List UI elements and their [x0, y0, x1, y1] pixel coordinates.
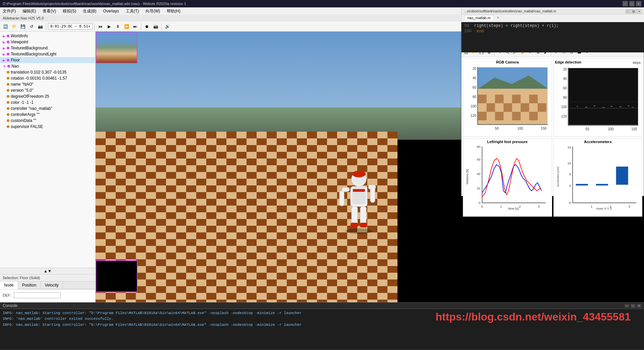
svg-rect-98: [616, 167, 628, 185]
selection-text: Selection: Floor (Solid): [3, 276, 40, 280]
svg-rect-97: [596, 184, 608, 186]
screenshot-button[interactable]: 📸: [152, 23, 160, 31]
record-button[interactable]: ⏺: [143, 23, 151, 31]
menu-overlays[interactable]: Overlays: [102, 8, 120, 14]
tree-item-version[interactable]: version "5.0": [0, 87, 95, 93]
svg-text:80: 80: [477, 145, 481, 148]
edge-detection-chart: Edge detection steps: [553, 58, 643, 137]
separator-3: [141, 23, 141, 30]
new-button[interactable]: 🆕: [1, 23, 9, 31]
tree-item-customdata[interactable]: customData "": [0, 118, 95, 124]
window-controls: − □ ×: [623, 1, 641, 6]
tree-item-supervisor[interactable]: supervisor FALSE: [0, 124, 95, 130]
camera-button[interactable]: 📷: [36, 23, 44, 31]
open-button[interactable]: 📁: [10, 23, 18, 31]
svg-rect-55: [594, 105, 595, 106]
tree-item-texturedbg[interactable]: ▶ TexturedBackground: [0, 45, 95, 51]
tree-item-controller[interactable]: controller "nao_matlab": [0, 105, 95, 112]
viewport[interactable]: ▲ Figure 1 − □ × 文件(F) 编辑(E) 查看(V) 插入(I)…: [96, 32, 644, 302]
svg-text:3: 3: [538, 205, 540, 209]
pause-button[interactable]: ⏸: [114, 23, 122, 31]
tree-item-name[interactable]: name "NAO": [0, 81, 95, 87]
robot-name: Aldebaran Nao H25 V5.0: [3, 16, 44, 20]
menu-edit[interactable]: 编辑(E): [21, 8, 37, 15]
tree-item-translation[interactable]: translation 0.102 0.307 -0.0135: [0, 69, 95, 75]
close-tab-icon[interactable]: ×: [497, 16, 499, 19]
tab-position[interactable]: Position: [18, 281, 41, 289]
svg-rect-13: [339, 191, 344, 206]
foot-pressure-area: Newtons [N] time [s] 0 20 40 60 80 0 1: [465, 144, 550, 213]
console-header: Console − □ ×: [0, 302, 644, 309]
svg-text:1: 1: [500, 205, 502, 209]
svg-rect-18: [360, 207, 366, 225]
tree-item-color[interactable]: color -1 -1 -1: [0, 99, 95, 105]
menu-wizard[interactable]: 向导(W): [144, 8, 161, 15]
title-bar: D:\Program Files\Webots\projects\robots\…: [0, 0, 644, 7]
console-text-2: INFO: 'nao_matlab' controller exited suc…: [3, 317, 113, 321]
scene-tree[interactable]: ▶ WorldInfo ▶ Viewpoint ▶ TexturedBackgr…: [0, 32, 95, 268]
menu-view[interactable]: 查看(V): [41, 8, 57, 15]
console-expand-button[interactable]: □: [631, 304, 635, 308]
tab-node[interactable]: Node: [0, 281, 18, 289]
tree-label-viewpoint: Viewpoint: [11, 40, 28, 44]
scroll-up-button[interactable]: ▲: [44, 269, 48, 273]
svg-text:0: 0: [479, 201, 480, 205]
menu-file[interactable]: 文件(F): [1, 8, 17, 15]
volume-button[interactable]: 🔊: [163, 23, 171, 31]
svg-rect-11: [353, 189, 365, 192]
menu-tools[interactable]: 工具(T): [124, 8, 140, 15]
reset-button[interactable]: ↺: [28, 23, 36, 31]
menu-build[interactable]: 生成(B): [82, 8, 98, 15]
menu-simulate[interactable]: 模拟(S): [61, 8, 77, 15]
svg-point-8: [352, 171, 366, 177]
save-button[interactable]: 💾: [19, 23, 27, 31]
svg-text:80: 80: [473, 95, 477, 99]
minimize-button[interactable]: −: [623, 1, 628, 6]
rewind-button[interactable]: ⏮: [96, 23, 104, 31]
tree-item-rotation[interactable]: rotation -0.00191 0.00461 -1.57: [0, 75, 95, 81]
tree-item-viewpoint[interactable]: ▶ Viewpoint: [0, 39, 95, 45]
selection-info: Selection: Floor (Solid): [0, 274, 95, 281]
svg-text:40: 40: [473, 76, 477, 80]
def-row: DEF:: [3, 292, 93, 298]
console-minimize-button[interactable]: −: [625, 304, 629, 308]
svg-text:0: 0: [569, 184, 571, 187]
console-close-button[interactable]: ×: [637, 304, 641, 308]
tree-label-version: version "5.0": [11, 88, 33, 93]
accelerometers-chart: Accelerometers Acceleration [m/s²] Axes …: [553, 138, 643, 217]
code-btn-2[interactable]: ⊟: [631, 9, 636, 13]
play-button[interactable]: ▶: [105, 23, 113, 31]
svg-rect-50: [569, 68, 638, 125]
edge-detection-svg: 20 40 60 80 100 120 50 100 150: [555, 65, 641, 134]
tree-item-dof[interactable]: degreeOfFreedom 25: [0, 93, 95, 99]
faster-button[interactable]: ⏭: [131, 23, 139, 31]
tree-item-controllerargs[interactable]: controllerArgs "": [0, 112, 95, 118]
tab-velocity[interactable]: Velocity: [41, 281, 63, 289]
svg-text:2: 2: [519, 205, 521, 209]
fast-forward-button[interactable]: ⏩: [122, 23, 130, 31]
tree-label-controllerargs: controllerArgs "": [11, 112, 40, 117]
edge-detection-title: Edge detection: [555, 60, 582, 64]
code-line-99: 99 right(steps) = right(steps) + r(i);: [464, 24, 641, 28]
menu-help[interactable]: 帮助(H): [165, 8, 182, 15]
code-btn-3[interactable]: ×: [637, 9, 641, 13]
svg-text:50: 50: [495, 127, 499, 130]
camera-preview-top: [96, 32, 138, 63]
maximize-button[interactable]: □: [629, 1, 635, 6]
left-panel: ▶ WorldInfo ▶ Viewpoint ▶ TexturedBackgr…: [0, 32, 96, 302]
console-text-3: INFO: nao_matlab: Starting controller: "…: [3, 323, 302, 327]
tree-label-translation: translation 0.102 0.307 -0.0135: [11, 70, 66, 75]
node-properties: DEF:: [0, 289, 95, 302]
tree-item-worldinfo[interactable]: ▶ WorldInfo: [0, 33, 95, 39]
svg-rect-36: [495, 112, 503, 120]
code-btn-1[interactable]: □: [626, 9, 630, 13]
svg-text:15: 15: [567, 145, 571, 149]
def-input[interactable]: [14, 292, 61, 298]
close-button[interactable]: ×: [636, 1, 641, 6]
svg-rect-58: [619, 106, 621, 107]
tree-item-texturedbglight[interactable]: ▶ TexturedBackgroundLight: [0, 51, 95, 57]
scroll-down-button[interactable]: ▼: [48, 269, 52, 273]
tree-item-floor[interactable]: ▶ Floor: [0, 57, 95, 63]
code-tab[interactable]: nao_matlab.m: [464, 15, 494, 20]
tree-item-nao[interactable]: ▼ Nao: [0, 63, 95, 69]
